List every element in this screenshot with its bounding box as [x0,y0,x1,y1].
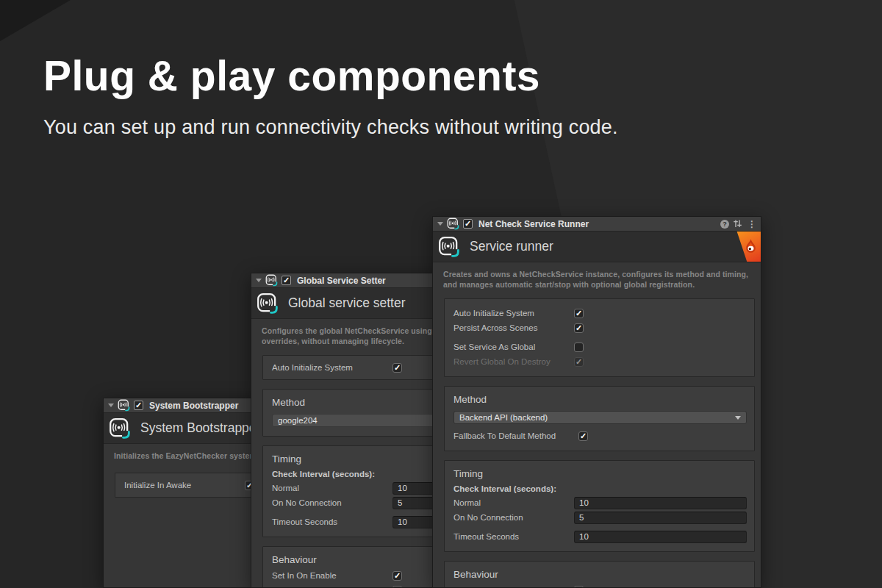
presets-icon[interactable] [733,219,742,229]
behaviour-section-title: Behaviour [453,568,747,583]
set-service-as-global-label: Set Service As Global [453,343,574,351]
foldout-triangle-icon[interactable] [256,279,262,282]
banner-title: Service runner [470,239,553,254]
component-header: Net Check Service Runner ? ⋮ [433,217,761,232]
auto-initialize-label: Auto Initialize System [453,309,574,318]
no-connection-input[interactable] [574,512,747,524]
check-interval-label: Check Interval (seconds): [453,482,747,495]
chevron-down-icon [735,416,741,420]
flame-logo [734,232,761,262]
component-enabled-checkbox[interactable] [463,219,473,229]
set-service-as-global-checkbox[interactable] [574,343,584,352]
revert-global-on-destroy-row: Revert Global On Destroy [453,354,747,369]
auto-initialize-row: Auto Initialize System [453,306,747,320]
no-connection-label: On No Connection [272,498,392,507]
timing-box: Timing Check Interval (seconds): Normal … [444,460,755,552]
fallback-label: Fallback To Default Method [453,431,578,440]
persist-across-scenes-checkbox[interactable] [574,323,584,333]
banner-title: System Bootstrapper [140,420,260,436]
component-enabled-checkbox[interactable] [282,276,291,285]
toggles-box: Auto Initialize System Persist Across Sc… [444,298,755,377]
behaviour-box: Behaviour Start On Enable [444,561,755,588]
fallback-checkbox[interactable] [578,431,588,441]
foldout-triangle-icon[interactable] [108,404,114,407]
timeout-label: Timeout Seconds [272,517,392,526]
netcheck-banner-icon [109,417,131,440]
persist-across-scenes-label: Persist Across Scenes [453,323,574,332]
normal-label: Normal [453,498,574,507]
banner-title: Global service setter [288,295,406,311]
persist-across-scenes-row: Persist Across Scenes [453,320,747,335]
stop-on-success-checkbox[interactable] [392,586,402,588]
method-section-title: Method [453,393,747,408]
auto-initialize-checkbox[interactable] [574,309,584,318]
component-title: Net Check Service Runner [478,219,589,229]
timeout-input[interactable] [574,531,747,543]
netcheck-banner-icon [438,236,460,258]
normal-input[interactable] [574,497,747,509]
timing-section-title: Timing [453,467,747,482]
normal-label: Normal [272,484,392,492]
component-enabled-checkbox[interactable] [134,401,143,410]
fallback-row: Fallback To Default Method [453,429,747,443]
kebab-menu-icon[interactable]: ⋮ [747,220,756,229]
initialize-in-awake-label: Initialize In Awake [124,481,245,490]
revert-global-on-destroy-checkbox [574,357,584,367]
timeout-label: Timeout Seconds [453,532,574,541]
page-subtitle: You can set up and run connectivity chec… [43,116,618,139]
set-in-on-enable-checkbox[interactable] [392,571,402,581]
start-on-enable-checkbox[interactable] [574,586,584,588]
method-dropdown[interactable]: Backend API (backend) [453,411,747,424]
page-title: Plug & play components [43,51,618,100]
auto-initialize-checkbox[interactable] [392,363,402,373]
foldout-triangle-icon[interactable] [437,222,443,226]
netcheck-component-icon [265,274,278,287]
component-title: Global Service Setter [297,276,386,286]
help-icon[interactable]: ? [720,220,729,229]
inspector-panel-net-check-service-runner: Net Check Service Runner ? ⋮ Service run… [432,216,761,588]
netcheck-component-icon [447,218,459,230]
component-description: Creates and owns a NetCheckService insta… [433,262,761,290]
start-on-enable-row: Start On Enable [453,583,747,588]
method-box: Method Backend API (backend) Fallback To… [444,386,755,451]
component-title: System Bootstrapper [149,401,238,411]
no-connection-label: On No Connection [453,513,574,522]
revert-global-on-destroy-label: Revert Global On Destroy [453,357,574,366]
netcheck-banner-icon [257,293,279,315]
auto-initialize-label: Auto Initialize System [272,363,392,372]
no-connection-interval-row: On No Connection [453,510,747,525]
normal-interval-row: Normal [453,495,747,510]
method-dropdown-value: Backend API (backend) [459,413,548,422]
set-in-on-enable-label: Set In On Enable [272,571,392,580]
timeout-row: Timeout Seconds [453,529,747,544]
component-banner: Service runner [433,232,761,262]
set-service-as-global-row: Set Service As Global [453,340,747,354]
hero-section: Plug & play components You can set up an… [43,51,618,139]
netcheck-component-icon [118,399,130,412]
